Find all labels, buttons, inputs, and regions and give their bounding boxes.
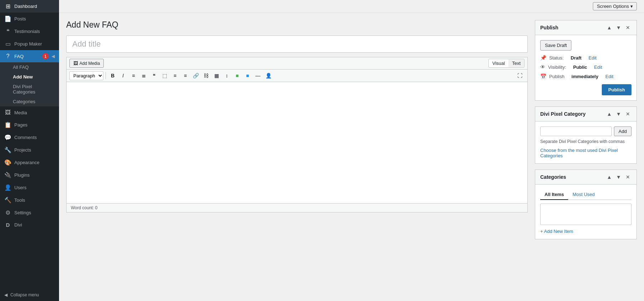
categories-up-button[interactable]: ▲ bbox=[606, 173, 613, 181]
visibility-edit-link[interactable]: Edit bbox=[594, 64, 602, 70]
visibility-icon: 👁 bbox=[540, 64, 545, 70]
sidebar-item-label: Settings bbox=[14, 210, 55, 215]
publish-panel-header: Publish ▲ ▼ ✕ bbox=[535, 20, 636, 35]
sidebar-item-testimonials[interactable]: ❝ Testimonials bbox=[0, 25, 59, 38]
editor-body[interactable] bbox=[66, 82, 528, 204]
sidebar-item-label: Comments bbox=[14, 135, 55, 140]
user-button[interactable]: 👤 bbox=[264, 71, 273, 80]
special-chars-button[interactable]: ↕ bbox=[222, 71, 231, 80]
align-center-button[interactable]: ≡ bbox=[170, 71, 180, 80]
visibility-label: Visibility: bbox=[548, 64, 566, 70]
separator-1 bbox=[106, 72, 106, 79]
title-input[interactable] bbox=[66, 35, 528, 53]
link-button[interactable]: 🔗 bbox=[191, 71, 200, 80]
align-left-button[interactable]: ⬚ bbox=[160, 71, 169, 80]
expand-button[interactable]: ⛶ bbox=[515, 71, 525, 80]
sidebar-item-label: Popup Maker bbox=[14, 41, 55, 47]
faq-arrow-icon: ◀ bbox=[52, 54, 55, 59]
color1-button[interactable]: ■ bbox=[233, 71, 242, 80]
screen-options-button[interactable]: Screen Options ▾ bbox=[593, 2, 637, 10]
divi-pixel-panel-header: Divi Pixel Category ▲ ▼ ✕ bbox=[535, 107, 636, 121]
table-button[interactable]: ▦ bbox=[212, 71, 221, 80]
sidebar-sub-item-divi-pixel-categories[interactable]: Divi Pixel Categories bbox=[0, 82, 59, 97]
sidebar: ⊞ Dashboard 📄 Posts ❝ Testimonials ▭ Pop… bbox=[0, 0, 59, 301]
sidebar-item-label: Dashboard bbox=[14, 4, 55, 9]
bold-button[interactable]: B bbox=[108, 71, 117, 80]
color2-button[interactable]: ■ bbox=[243, 71, 252, 80]
divi-pixel-most-used-link[interactable]: Choose from the most used Divi Pixel Cat… bbox=[540, 148, 631, 158]
media-icon: 🖼 bbox=[4, 109, 11, 116]
sidebar-item-label: Posts bbox=[14, 16, 55, 22]
posts-icon: 📄 bbox=[4, 15, 11, 22]
add-new-item-link[interactable]: + Add New Item bbox=[540, 229, 573, 234]
categories-close-button[interactable]: ✕ bbox=[624, 173, 631, 181]
sidebar-item-users[interactable]: 👤 Users bbox=[0, 181, 59, 194]
italic-button[interactable]: I bbox=[118, 71, 128, 80]
publish-time-edit-link[interactable]: Edit bbox=[605, 74, 613, 79]
collapse-icon: ◀ bbox=[4, 292, 8, 297]
visual-tab[interactable]: Visual bbox=[489, 59, 508, 67]
unlink-button[interactable]: ⛓ bbox=[201, 71, 211, 80]
sidebar-item-projects[interactable]: 🔧 Projects bbox=[0, 144, 59, 156]
sidebar-item-label: Media bbox=[14, 110, 55, 115]
sidebar-item-plugins[interactable]: 🔌 Plugins bbox=[0, 169, 59, 181]
most-used-tab[interactable]: Most Used bbox=[568, 190, 599, 200]
pages-icon: 📋 bbox=[4, 121, 11, 128]
add-media-button[interactable]: 🖼 Add Media bbox=[69, 59, 104, 68]
align-right-button[interactable]: ≡ bbox=[181, 71, 190, 80]
collapse-label: Collapse menu bbox=[10, 292, 39, 297]
page-title: Add New FAQ bbox=[66, 20, 528, 30]
unordered-list-button[interactable]: ≡ bbox=[129, 71, 138, 80]
divi-pixel-up-button[interactable]: ▲ bbox=[606, 110, 613, 118]
publish-button[interactable]: Publish bbox=[602, 84, 631, 95]
tools-icon: 🔨 bbox=[4, 197, 11, 204]
sidebar-item-divi[interactable]: D Divi bbox=[0, 219, 59, 231]
status-edit-link[interactable]: Edit bbox=[589, 55, 596, 61]
sidebar-item-appearance[interactable]: 🎨 Appearance bbox=[0, 156, 59, 169]
sidebar-item-posts[interactable]: 📄 Posts bbox=[0, 13, 59, 25]
content-area: Add New FAQ 🖼 Add Media Visual Text bbox=[59, 13, 644, 301]
sidebar-item-comments[interactable]: 💬 Comments bbox=[0, 131, 59, 144]
status-label: Status: bbox=[549, 55, 564, 61]
sidebar-sub-item-add-new[interactable]: Add New bbox=[0, 72, 59, 82]
comments-icon: 💬 bbox=[4, 134, 11, 141]
sidebar-item-media[interactable]: 🖼 Media bbox=[0, 106, 59, 119]
status-row: 📌 Status: Draft Edit bbox=[540, 55, 631, 61]
categories-tabs: All Items Most Used bbox=[540, 190, 631, 200]
sidebar-item-tools[interactable]: 🔨 Tools bbox=[0, 194, 59, 206]
save-draft-button[interactable]: Save Draft bbox=[540, 40, 571, 51]
text-tab[interactable]: Text bbox=[508, 59, 524, 67]
publish-panel-up-button[interactable]: ▲ bbox=[606, 24, 613, 31]
faq-icon: ? bbox=[4, 53, 11, 59]
sidebar-item-dashboard[interactable]: ⊞ Dashboard bbox=[0, 0, 59, 13]
sidebar-item-faq[interactable]: ? FAQ 1 ◀ bbox=[0, 50, 59, 62]
horizontal-rule-button[interactable]: — bbox=[253, 71, 263, 80]
divi-pixel-category-input[interactable] bbox=[540, 126, 612, 136]
popup-maker-icon: ▭ bbox=[4, 40, 11, 47]
categories-panel-body: All Items Most Used + Add New Item bbox=[535, 185, 636, 239]
collapse-menu-button[interactable]: ◀ Collapse menu bbox=[0, 289, 59, 301]
sidebar-item-popup-maker[interactable]: ▭ Popup Maker bbox=[0, 38, 59, 50]
ordered-list-button[interactable]: ≣ bbox=[139, 71, 148, 80]
sidebar-item-pages[interactable]: 📋 Pages bbox=[0, 119, 59, 131]
screen-options-label: Screen Options bbox=[597, 4, 629, 9]
sidebar-sub-item-all-faq[interactable]: All FAQ bbox=[0, 62, 59, 72]
divi-pixel-close-button[interactable]: ✕ bbox=[624, 110, 631, 118]
sidebar-item-label: Testimonials bbox=[14, 29, 55, 34]
sidebar-item-settings[interactable]: ⚙ Settings bbox=[0, 206, 59, 219]
divi-pixel-down-button[interactable]: ▼ bbox=[615, 110, 622, 118]
right-sidebar: Publish ▲ ▼ ✕ Save Draft 📌 Status: Draft… bbox=[535, 20, 637, 294]
publish-panel-down-button[interactable]: ▼ bbox=[615, 24, 622, 31]
add-media-icon: 🖼 bbox=[73, 61, 78, 66]
blockquote-button[interactable]: ❝ bbox=[150, 71, 159, 80]
all-items-tab[interactable]: All Items bbox=[540, 190, 568, 200]
faq-badge: 1 bbox=[42, 53, 49, 59]
users-icon: 👤 bbox=[4, 184, 11, 191]
paragraph-select[interactable]: Paragraph bbox=[69, 71, 103, 80]
publish-panel-close-button[interactable]: ✕ bbox=[624, 24, 631, 31]
categories-panel: Categories ▲ ▼ ✕ All Items Most Used + A… bbox=[535, 169, 637, 239]
publish-meta: 📌 Status: Draft Edit 👁 Visibility: Publi… bbox=[540, 55, 631, 79]
divi-pixel-add-button[interactable]: Add bbox=[614, 126, 631, 136]
categories-down-button[interactable]: ▼ bbox=[615, 173, 622, 181]
sidebar-sub-item-categories[interactable]: Categories bbox=[0, 97, 59, 106]
